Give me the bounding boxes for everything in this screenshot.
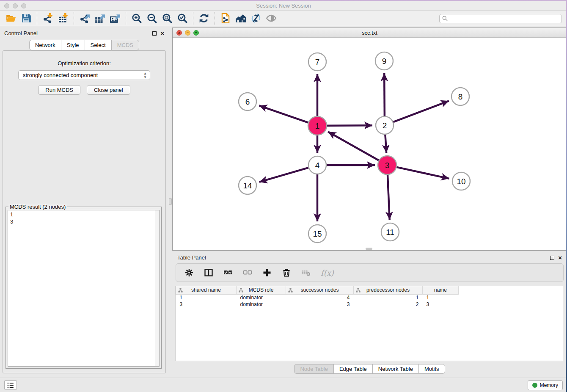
zoom-out-icon[interactable] (144, 12, 160, 25)
node-3[interactable]: 3 (378, 156, 396, 174)
canvas-hscroll-nub[interactable] (366, 248, 372, 250)
status-bar: Memory (0, 378, 567, 392)
edge-2-3[interactable] (385, 135, 386, 153)
edge-2-8[interactable] (394, 101, 449, 122)
network-file-icon[interactable] (218, 12, 233, 25)
network-window-titlebar[interactable]: scc.txt x − + (173, 28, 567, 38)
node-8[interactable]: 8 (451, 88, 469, 105)
delete-row-icon[interactable] (282, 268, 291, 277)
table-cell[interactable]: 1 (176, 294, 237, 301)
network-close-button[interactable]: x (176, 30, 182, 36)
edge-2-9[interactable] (384, 73, 385, 116)
home-icon[interactable] (233, 12, 248, 25)
tab-node-table[interactable]: Node Table (294, 364, 333, 374)
panel-splitter[interactable] (169, 28, 172, 376)
select-all-icon[interactable] (223, 268, 233, 277)
column-header-predecessor-nodes[interactable]: predecessor nodes (354, 286, 423, 294)
edge-1-2[interactable] (327, 125, 372, 126)
mcds-result-scrollbar[interactable] (155, 210, 159, 366)
import-network-icon[interactable] (40, 12, 55, 25)
close-table-panel-icon[interactable]: × (558, 256, 562, 260)
column-header-name[interactable]: name (423, 286, 459, 294)
node-14[interactable]: 14 (239, 177, 256, 194)
node-2[interactable]: 2 (376, 116, 394, 134)
table-cell[interactable]: 4 (286, 294, 354, 301)
sort-tree-icon (239, 288, 243, 294)
table-cell[interactable]: 3 (423, 301, 459, 308)
add-row-icon[interactable] (262, 268, 272, 277)
network-view-canvas[interactable]: 1234678910111415 (173, 38, 567, 250)
tab-network[interactable]: Network (29, 40, 61, 50)
node-1[interactable]: 1 (308, 116, 327, 135)
table-row[interactable]: 3dominator323 (176, 301, 459, 308)
session-title: Session: New Session (0, 3, 567, 9)
edge-3-11[interactable] (388, 174, 390, 220)
table-cell[interactable]: dominator (237, 301, 286, 308)
tab-style[interactable]: Style (61, 40, 85, 50)
split-panel-icon[interactable] (204, 268, 213, 277)
mcds-result-text[interactable]: 13 (8, 210, 160, 367)
export-image-icon[interactable] (107, 12, 123, 25)
edge-4-14[interactable] (259, 168, 308, 182)
control-panel-title: Control Panel (4, 30, 38, 36)
table-cell[interactable]: dominator (237, 294, 286, 301)
node-11[interactable]: 11 (381, 223, 399, 241)
node-10[interactable]: 10 (452, 172, 470, 190)
table-cell[interactable]: 1 (423, 294, 459, 301)
zoom-fit-icon[interactable] (160, 12, 175, 25)
table-cell[interactable]: 3 (176, 301, 237, 308)
node-7[interactable]: 7 (308, 53, 326, 71)
save-session-icon[interactable] (19, 12, 34, 25)
run-mcds-button[interactable]: Run MCDS (38, 85, 80, 95)
edge-3-10[interactable] (396, 167, 449, 179)
import-table-icon[interactable] (55, 12, 71, 25)
node-15[interactable]: 15 (308, 225, 326, 243)
search-input[interactable] (439, 14, 562, 23)
zoom-selected-icon[interactable] (175, 12, 190, 25)
show-hide-eye-icon (264, 12, 279, 25)
column-header-shared-name[interactable]: shared name (176, 286, 237, 294)
close-panel-button[interactable]: Close panel (87, 85, 130, 95)
export-network-icon[interactable] (77, 12, 92, 25)
tab-edge-table[interactable]: Edge Table (333, 364, 372, 374)
tab-motifs[interactable]: Motifs (418, 364, 445, 374)
network-minimize-button[interactable]: − (185, 30, 190, 36)
table-cell[interactable]: 2 (354, 301, 423, 308)
node-4[interactable]: 4 (308, 156, 326, 174)
column-header-successor-nodes[interactable]: successor nodes (286, 286, 354, 294)
table-cell[interactable]: 3 (286, 301, 354, 308)
zoom-in-icon[interactable] (129, 12, 144, 25)
optimization-criterion-select[interactable]: strongly connected component ▲▼ (18, 70, 150, 80)
search-icon (442, 16, 448, 21)
node-label: 15 (313, 229, 322, 238)
toolbar-separator (215, 12, 215, 25)
tab-network-table[interactable]: Network Table (372, 364, 418, 374)
float-table-panel-icon[interactable] (550, 256, 554, 260)
memory-button[interactable]: Memory (528, 380, 563, 390)
float-panel-icon[interactable] (152, 31, 157, 36)
close-panel-icon[interactable]: × (160, 31, 164, 36)
node-6[interactable]: 6 (239, 93, 256, 110)
node-label: 10 (457, 177, 465, 186)
graphics-details-icon[interactable] (248, 12, 264, 25)
node-label: 4 (315, 161, 320, 170)
gear-icon[interactable] (184, 268, 194, 277)
table-row[interactable]: 1dominator411 (176, 294, 459, 301)
open-file-icon[interactable] (3, 12, 19, 25)
tab-select[interactable]: Select (85, 40, 111, 50)
network-maximize-button[interactable]: + (193, 30, 199, 36)
edge-1-6[interactable] (259, 105, 308, 122)
node-9[interactable]: 9 (375, 52, 393, 70)
node-label: 6 (245, 97, 250, 106)
mcds-panel: Optimization criterion: strongly connect… (3, 50, 166, 373)
splitter-handle[interactable] (169, 198, 172, 205)
export-table-icon[interactable] (92, 12, 107, 25)
node-table: shared nameMCDS rolesuccessor nodesprede… (175, 286, 563, 361)
unselect-all-icon[interactable] (243, 268, 252, 277)
edge-3-1[interactable] (328, 132, 379, 160)
tab-mcds[interactable]: MCDS (111, 40, 139, 50)
table-cell[interactable]: 1 (354, 294, 423, 301)
task-history-button[interactable] (4, 380, 17, 390)
column-header-MCDS-role[interactable]: MCDS role (237, 286, 286, 294)
refresh-icon[interactable] (196, 12, 212, 25)
